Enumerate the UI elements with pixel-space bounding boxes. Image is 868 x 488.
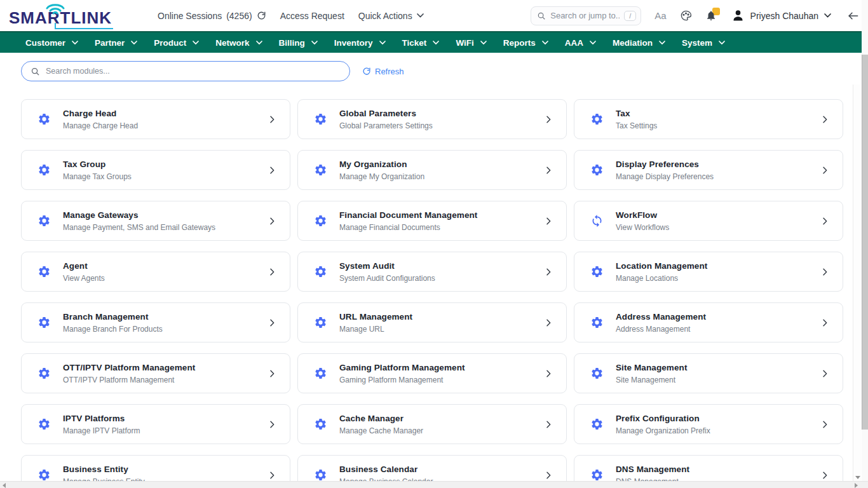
module-card-charge-head[interactable]: Charge Head Manage Charge Head bbox=[21, 99, 290, 139]
wifi-icon bbox=[44, 2, 66, 17]
scroll-right-arrow-icon[interactable] bbox=[855, 483, 858, 488]
module-card-title: Site Management bbox=[616, 363, 808, 372]
nav-item-billing[interactable]: Billing bbox=[271, 32, 326, 53]
user-menu[interactable]: Priyesh Chauhan bbox=[731, 9, 831, 22]
nav-item-system[interactable]: System bbox=[674, 32, 733, 53]
sessions-refresh-icon[interactable] bbox=[257, 11, 266, 20]
theme-palette-icon[interactable] bbox=[680, 10, 692, 22]
nav-item-ticket[interactable]: Ticket bbox=[394, 32, 448, 53]
module-card-my-organization[interactable]: My Organization Manage My Organization bbox=[297, 150, 567, 190]
module-card-text: Site Management Site Management bbox=[616, 363, 808, 384]
module-card-gaming-platform-management[interactable]: Gaming Platform Management Gaming Platfo… bbox=[297, 353, 567, 393]
module-card-title: WorkFlow bbox=[616, 210, 808, 220]
smartlink-logo[interactable]: SMARTLINK bbox=[9, 2, 121, 30]
module-card-title: Cache Manager bbox=[339, 414, 531, 423]
nav-item-product[interactable]: Product bbox=[146, 32, 207, 53]
sync-icon bbox=[590, 214, 604, 227]
page-vertical-scrollbar[interactable] bbox=[862, 0, 868, 481]
gear-icon bbox=[314, 265, 327, 278]
nav-item-network[interactable]: Network bbox=[207, 32, 270, 53]
avatar bbox=[731, 9, 745, 22]
module-card-iptv-platforms[interactable]: IPTV Platforms Manage IPTV Platform bbox=[21, 404, 290, 444]
nav-item-label: Customer bbox=[25, 38, 65, 48]
chevron-right-icon bbox=[543, 216, 553, 226]
module-card-location-management[interactable]: Location Management Manage Locations bbox=[574, 252, 843, 292]
refresh-icon bbox=[362, 67, 371, 76]
chevron-right-icon bbox=[543, 165, 553, 175]
font-size-toggle[interactable]: Aa bbox=[654, 10, 666, 21]
module-card-workflow[interactable]: WorkFlow View Workflows bbox=[574, 201, 843, 241]
module-card-title: OTT/IPTV Platform Management bbox=[63, 363, 255, 372]
chevron-down-icon bbox=[131, 41, 137, 44]
module-card-site-management[interactable]: Site Management Site Management bbox=[574, 353, 843, 393]
module-card-manage-gateways[interactable]: Manage Gateways Manage Payment, SMS and … bbox=[21, 201, 290, 241]
scroll-left-arrow-icon[interactable] bbox=[3, 483, 6, 488]
online-sessions[interactable]: Online Sessions (4256) bbox=[158, 11, 266, 21]
chevron-right-icon bbox=[267, 318, 277, 328]
search-modules-input[interactable] bbox=[46, 67, 341, 76]
module-card-text: Manage Gateways Manage Payment, SMS and … bbox=[63, 210, 255, 232]
gear-icon bbox=[590, 163, 604, 177]
search-icon bbox=[537, 11, 546, 20]
back-arrow-icon[interactable] bbox=[847, 11, 859, 21]
module-card-title: System Audit bbox=[339, 261, 531, 271]
chevron-right-icon bbox=[820, 470, 830, 480]
module-card-financial-document-management[interactable]: Financial Document Management Manage Fin… bbox=[297, 201, 567, 241]
module-card-title: IPTV Platforms bbox=[63, 414, 255, 423]
chevron-right-icon bbox=[543, 419, 553, 430]
scroll-down-arrow-icon[interactable] bbox=[855, 476, 860, 479]
module-card-address-management[interactable]: Address Management Address Management bbox=[574, 302, 843, 342]
nav-item-wifi[interactable]: WiFi bbox=[447, 32, 494, 53]
module-card-subtitle: OTT/IPTV Platform Management bbox=[63, 376, 255, 384]
module-card-subtitle: Manage My Organization bbox=[339, 172, 531, 181]
gear-icon bbox=[314, 163, 327, 177]
module-card-title: Charge Head bbox=[63, 109, 255, 118]
access-request-link[interactable]: Access Request bbox=[280, 11, 344, 21]
module-card-global-parameters[interactable]: Global Parameters Global Parameters Sett… bbox=[297, 99, 567, 139]
chevron-down-icon bbox=[480, 41, 487, 44]
module-card-cache-manager[interactable]: Cache Manager Manage Cache Manager bbox=[297, 404, 567, 444]
module-card-ott-iptv-platform-management[interactable]: OTT/IPTV Platform Management OTT/IPTV Pl… bbox=[21, 353, 290, 393]
modules-toolbar: Refresh bbox=[21, 61, 868, 81]
module-card-url-management[interactable]: URL Management Manage URL bbox=[297, 302, 567, 342]
horizontal-scrollbar[interactable] bbox=[0, 481, 868, 488]
quick-actions-label: Quick Actions bbox=[358, 11, 412, 21]
chevron-down-icon bbox=[542, 41, 548, 44]
nav-item-customer[interactable]: Customer bbox=[25, 32, 86, 53]
module-card-prefix-configuration[interactable]: Prefix Configuration Manage Organization… bbox=[574, 404, 843, 444]
module-card-branch-management[interactable]: Branch Management Manage Branch For Prod… bbox=[21, 302, 290, 342]
chevron-down-icon bbox=[379, 41, 386, 44]
nav-item-reports[interactable]: Reports bbox=[495, 32, 557, 53]
inner-vertical-scrollbar[interactable] bbox=[853, 85, 861, 481]
refresh-modules-button[interactable]: Refresh bbox=[362, 67, 404, 76]
gear-icon bbox=[314, 316, 327, 329]
nav-item-label: Product bbox=[154, 38, 186, 48]
module-card-text: My Organization Manage My Organization bbox=[339, 159, 531, 181]
vertical-scrollbar-thumb[interactable] bbox=[862, 55, 868, 430]
nav-item-inventory[interactable]: Inventory bbox=[326, 32, 394, 53]
module-card-subtitle: Manage Locations bbox=[616, 274, 808, 283]
nav-item-partner[interactable]: Partner bbox=[86, 32, 146, 53]
notifications-bell-icon[interactable] bbox=[705, 10, 718, 22]
module-card-subtitle: Manage URL bbox=[339, 325, 531, 334]
module-card-title: Business Entity bbox=[63, 464, 255, 474]
nav-item-label: AAA bbox=[565, 38, 583, 48]
nav-item-aaa[interactable]: AAA bbox=[557, 32, 604, 53]
module-card-agent[interactable]: Agent View Agents bbox=[21, 252, 290, 292]
module-card-text: Cache Manager Manage Cache Manager bbox=[339, 414, 531, 435]
module-card-display-preferences[interactable]: Display Preferences Manage Display Prefe… bbox=[574, 150, 843, 190]
search-placeholder: Search or jump to... bbox=[550, 11, 620, 20]
quick-actions-menu[interactable]: Quick Actions bbox=[358, 11, 424, 21]
module-card-subtitle: View Workflows bbox=[616, 223, 808, 232]
module-card-tax-group[interactable]: Tax Group Manage Tax Groups bbox=[21, 150, 290, 190]
global-search-input[interactable]: Search or jump to... / bbox=[531, 6, 641, 25]
module-card-tax[interactable]: Tax Tax Settings bbox=[574, 99, 843, 139]
chevron-right-icon bbox=[820, 267, 830, 277]
refresh-label: Refresh bbox=[375, 67, 404, 76]
chevron-right-icon bbox=[820, 114, 830, 125]
search-modules-box[interactable] bbox=[21, 61, 350, 81]
nav-item-mediation[interactable]: Mediation bbox=[604, 32, 674, 53]
module-card-subtitle: Manage Tax Groups bbox=[63, 172, 255, 181]
gear-icon bbox=[314, 417, 327, 431]
module-card-system-audit[interactable]: System Audit System Audit Configurations bbox=[297, 252, 567, 292]
